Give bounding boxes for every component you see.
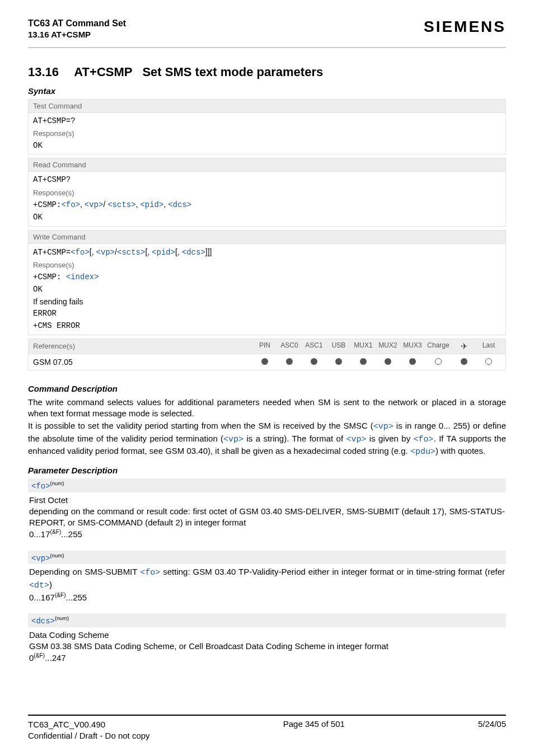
param-dcs-text: GSM 03.38 SMS Data Coding Scheme, or Cel… (29, 641, 505, 652)
param-dcs-tag[interactable]: <dcs> (31, 617, 55, 626)
ref-dot-charge (425, 358, 452, 366)
param-dcs: <dcs>(num) Data Coding Scheme GSM 03.38 … (28, 613, 506, 670)
write-param-scts[interactable]: <scts> (117, 248, 145, 257)
ref-col-asc0: ASC0 (277, 341, 302, 351)
section-number: 13.16 (28, 65, 59, 79)
reference-columns: PIN ASC0 ASC1 USB MUX1 MUX2 MUX3 Charge … (252, 341, 501, 351)
param-dcs-head: <dcs>(num) (28, 613, 506, 627)
write-command-resp-label: Response(s) (33, 260, 501, 271)
param-fo-range-sup: (&F) (50, 529, 62, 535)
ref-col-usb: USB (326, 341, 351, 351)
param-dcs-body: Data Coding Scheme GSM 03.38 SMS Data Co… (28, 627, 506, 671)
test-command-box: Test Command AT+CSMP=? Response(s) OK (28, 99, 506, 155)
read-param-scts[interactable]: <scts> (107, 200, 135, 209)
page: TC63 AT Command Set 13.16 AT+CSMP SIEMEN… (0, 0, 534, 756)
param-fo-range-b: ...255 (61, 529, 82, 539)
write-fail-label: If sending fails (33, 296, 501, 308)
write-param-vp[interactable]: <vp> (96, 248, 115, 257)
write-resp-ok: OK (33, 284, 501, 296)
header-divider (28, 47, 506, 48)
doc-section-ref: 13.16 AT+CSMP (28, 30, 126, 39)
page-header: TC63 AT Command Set 13.16 AT+CSMP SIEMEN… (28, 18, 506, 39)
read-command-box: Read Command AT+CSMP? Response(s) +CSMP:… (28, 158, 506, 226)
read-command-body: AT+CSMP? Response(s) +CSMP:<fo>, <vp>/ <… (29, 172, 505, 226)
ref-dot-usb (326, 358, 351, 366)
write-param-dcs[interactable]: <dcs> (182, 248, 205, 257)
section-command: AT+CSMP (74, 65, 132, 79)
ref-dot-asc1 (302, 358, 326, 366)
param-vp-body: Depending on SMS-SUBMIT <fo> setting: GS… (28, 564, 506, 610)
write-cmd-prefix: AT+CSMP= (33, 248, 71, 257)
footer-version: TC63_ATC_V00.490 (28, 719, 150, 730)
param-fo-sup: (num) (50, 480, 64, 486)
read-command-cmd: AT+CSMP? (33, 174, 501, 186)
read-param-fo[interactable]: <fo> (61, 200, 80, 209)
cmd-desc-p2a: It is possible to set the validity perio… (28, 421, 373, 430)
cmd-desc-p2d: is given by (366, 434, 413, 443)
brand-logo: SIEMENS (424, 18, 506, 36)
param-fo-text: depending on the command or result code:… (29, 506, 505, 529)
syntax-heading: Syntax (28, 86, 506, 96)
section-heading: 13.16 AT+CSMP Set SMS text mode paramete… (28, 65, 506, 79)
param-vp-tb: setting: GSM 03.40 TP-Validity-Period ei… (160, 567, 505, 576)
write-param-pid[interactable]: <pid> (152, 248, 175, 257)
cmd-desc-fo[interactable]: <fo> (414, 435, 434, 444)
test-command-head: Test Command (29, 100, 505, 113)
param-dcs-range-sup: (&F) (34, 652, 45, 659)
reference-head-label: Reference(s) (33, 342, 75, 350)
cmd-desc-pdu[interactable]: <pdu> (410, 447, 435, 457)
test-command-resp: OK (33, 140, 501, 152)
reference-box: Reference(s) PIN ASC0 ASC1 USB MUX1 MUX2… (28, 339, 506, 370)
write-param-fo[interactable]: <fo> (71, 248, 90, 257)
footer-divider (28, 715, 506, 716)
cmd-desc-heading: Command Description (28, 384, 506, 393)
test-command-body: AT+CSMP=? Response(s) OK (29, 113, 505, 154)
cmd-desc-p2f: ) with quotes. (435, 446, 485, 456)
write-command-body: AT+CSMP=<fo>[, <vp>/<scts>[, <pid>[, <dc… (29, 244, 505, 335)
cmd-desc-vp2[interactable]: <vp> (223, 435, 243, 444)
reference-label: GSM 07.05 (33, 358, 73, 367)
read-param-pid[interactable]: <pid> (140, 200, 163, 209)
ref-dot-last (476, 358, 501, 366)
param-vp-link-fo[interactable]: <fo> (140, 568, 160, 577)
cmd-desc-p1: The write command selects values for add… (28, 397, 506, 420)
ref-dot-pin (252, 358, 277, 366)
footer-left: TC63_ATC_V00.490 Confidential / Draft - … (28, 719, 150, 742)
footer-confidential: Confidential / Draft - Do not copy (28, 730, 150, 741)
ref-col-last: Last (476, 341, 501, 351)
test-command-resp-label: Response(s) (33, 128, 501, 139)
ref-col-mux1: MUX1 (351, 341, 376, 351)
read-command-ok: OK (33, 212, 501, 224)
write-command-box: Write Command AT+CSMP=<fo>[, <vp>/<scts>… (28, 230, 506, 335)
read-command-resp-label: Response(s) (33, 187, 501, 199)
param-dcs-range-b: ...247 (45, 653, 66, 663)
param-fo-range: 0...17(&F)...255 (29, 528, 505, 540)
param-vp-range-sup: (&F) (55, 592, 66, 598)
param-vp-tag[interactable]: <vp> (31, 553, 50, 562)
reference-head: Reference(s) PIN ASC0 ASC1 USB MUX1 MUX2… (29, 339, 505, 354)
param-vp-sup: (num) (50, 552, 64, 558)
header-left: TC63 AT Command Set 13.16 AT+CSMP (28, 18, 126, 39)
read-param-dcs[interactable]: <dcs> (168, 200, 191, 209)
cmd-desc-vp3[interactable]: <vp> (346, 435, 366, 444)
read-command-head: Read Command (29, 158, 505, 172)
section-desc: Set SMS text mode parameters (142, 65, 323, 79)
footer-row: TC63_ATC_V00.490 Confidential / Draft - … (28, 719, 506, 742)
param-vp-link-dt[interactable]: <dt> (29, 581, 49, 590)
write-resp-cms: +CMS ERROR (33, 320, 501, 332)
ref-dot-mux1 (351, 358, 376, 366)
write-resp-index[interactable]: <index> (66, 273, 99, 281)
param-dcs-title: Data Coding Scheme (29, 630, 505, 641)
cmd-desc-vp1[interactable]: <vp> (373, 422, 394, 431)
write-command-head: Write Command (29, 231, 505, 244)
cmd-desc-p2: It is possible to set the validity perio… (28, 420, 506, 458)
param-vp-head: <vp>(num) (28, 551, 506, 565)
doc-title: TC63 AT Command Set (28, 18, 126, 30)
param-fo-tag[interactable]: <fo> (31, 482, 50, 491)
write-resp-csmp: +CSMP: (33, 273, 66, 281)
param-vp-range: 0...167(&F)...255 (29, 591, 505, 603)
read-param-vp[interactable]: <vp> (85, 200, 104, 209)
ref-dot-asc0 (277, 358, 302, 366)
param-dcs-sup: (num) (55, 615, 69, 621)
ref-dot-airplane (452, 358, 476, 366)
